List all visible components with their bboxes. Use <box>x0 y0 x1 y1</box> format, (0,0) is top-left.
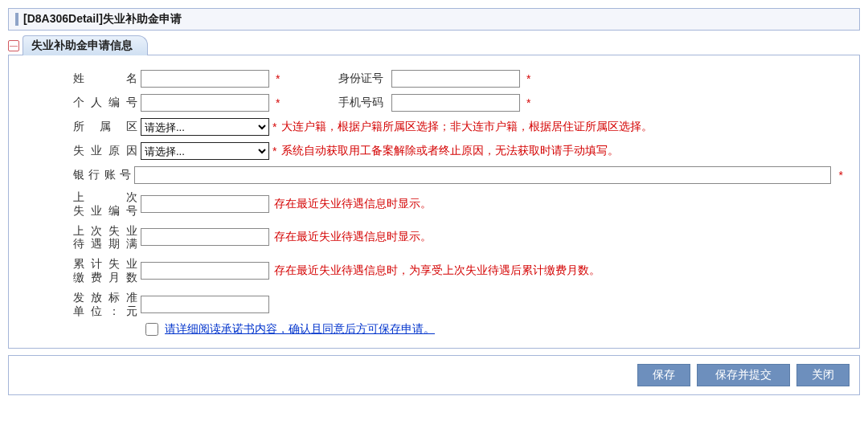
label-unemp-reason: 失业原因 <box>73 144 137 158</box>
input-pay-standard <box>141 296 269 313</box>
req-phone: * <box>523 96 539 109</box>
button-bar: 保存 保存并提交 关闭 <box>8 355 860 395</box>
label-bank-acc: 银行账号 <box>73 168 131 182</box>
label-phone: 手机号码 <box>292 96 388 110</box>
label-name: 姓 名 <box>73 71 137 86</box>
input-cum-months <box>141 262 269 280</box>
label-personal-no: 个人编号 <box>73 96 137 110</box>
save-button[interactable]: 保存 <box>637 364 690 386</box>
req-idcard: * <box>523 72 539 85</box>
input-phone[interactable] <box>391 94 520 112</box>
req-unemp-reason: * <box>269 145 276 157</box>
select-unemp-reason[interactable]: 请选择... <box>141 142 269 160</box>
label-idcard: 身份证号 <box>292 71 388 86</box>
input-last-unemp-expire <box>141 228 269 246</box>
label-last-unemp-expire: 上次失业 待遇期满 <box>73 224 137 251</box>
close-button[interactable]: 关闭 <box>796 364 850 386</box>
agreement-link[interactable]: 请详细阅读承诺书内容，确认且同意后方可保存申请。 <box>165 322 435 337</box>
input-last-unemp-no <box>141 195 269 213</box>
req-name: * <box>272 72 289 85</box>
req-district: * <box>269 120 276 133</box>
input-name[interactable] <box>141 70 269 88</box>
hint-district: 大连户籍，根据户籍所属区选择；非大连市户籍，根据居住证所属区选择。 <box>276 120 653 134</box>
req-bank-acc: * <box>836 169 843 182</box>
label-pay-standard: 发放标准 单位：元 <box>73 291 137 318</box>
input-bank-acc[interactable] <box>134 166 830 184</box>
collapse-icon[interactable]: — <box>8 40 19 51</box>
select-district[interactable]: 请选择... <box>141 118 269 136</box>
save-submit-button[interactable]: 保存并提交 <box>697 364 790 386</box>
agreement-checkbox[interactable] <box>145 323 158 336</box>
section-tab: — 失业补助金申请信息 <box>8 35 860 55</box>
hint-last-unemp-no: 存在最近失业待遇信息时显示。 <box>269 197 432 211</box>
hint-unemp-reason: 系统自动获取用工备案解除或者终止原因，无法获取时请手动填写。 <box>276 144 619 158</box>
title-handle <box>15 13 18 26</box>
hint-last-unemp-expire: 存在最近失业待遇信息时显示。 <box>269 230 432 244</box>
input-personal-no[interactable] <box>141 94 269 112</box>
req-personal-no: * <box>272 96 289 109</box>
form-panel: 姓 名 * 身份证号 * 个人编号 * 手机号码 * 所 属 区 请选择... … <box>8 55 860 349</box>
window-title-bar: [D8A306Detail]失业补助金申请 <box>8 8 860 31</box>
agreement-row: 请详细阅读承诺书内容，确认且同意后方可保存申请。 <box>145 322 843 337</box>
label-last-unemp-no: 上 次 失业编号 <box>73 190 137 218</box>
page-title: [D8A306Detail]失业补助金申请 <box>23 12 182 27</box>
label-district: 所 属 区 <box>73 120 137 134</box>
hint-cum-months: 存在最近失业待遇信息时，为享受上次失业待遇后累计缴费月数。 <box>269 263 600 278</box>
label-cum-months: 累计失业 缴费月数 <box>73 257 137 284</box>
input-idcard[interactable] <box>391 70 520 88</box>
section-title: 失业补助金申请信息 <box>23 35 148 55</box>
